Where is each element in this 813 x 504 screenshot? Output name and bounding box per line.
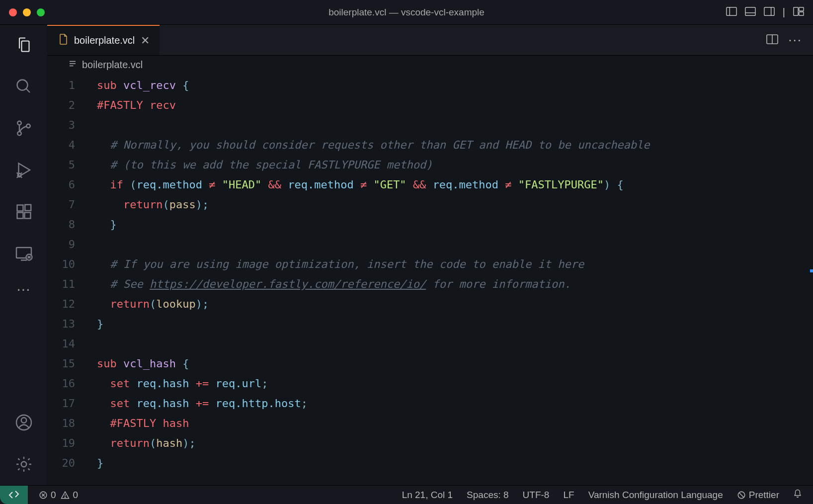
- titlebar: boilerplate.vcl — vscode-vcl-example |: [0, 0, 813, 25]
- notifications-bell-icon[interactable]: [793, 489, 802, 501]
- svg-rect-6: [794, 7, 798, 15]
- line-number: 19: [47, 433, 75, 453]
- code-line[interactable]: [97, 235, 813, 254]
- svg-rect-8: [799, 11, 804, 15]
- code-line[interactable]: }: [97, 453, 813, 473]
- status-prettier[interactable]: Prettier: [737, 490, 779, 501]
- svg-line-15: [16, 172, 17, 173]
- svg-rect-0: [727, 7, 736, 15]
- line-number: 2: [47, 95, 75, 115]
- svg-point-9: [17, 80, 27, 90]
- line-gutter: 1234567891011121314151617181920: [47, 76, 97, 485]
- minimize-window-button[interactable]: [23, 8, 31, 16]
- close-window-button[interactable]: [9, 8, 17, 16]
- line-number: 1: [47, 76, 75, 95]
- line-number: 12: [47, 294, 75, 314]
- code-line[interactable]: set req.hash += req.url;: [97, 374, 813, 394]
- status-warnings[interactable]: 0: [60, 490, 79, 501]
- code-line[interactable]: # If you are using image optimization, i…: [97, 254, 813, 274]
- tab-active[interactable]: boilerplate.vcl ✕: [47, 25, 160, 55]
- code-line[interactable]: # Normally, you should consider requests…: [97, 135, 813, 155]
- close-tab-icon[interactable]: ✕: [141, 34, 150, 47]
- line-number: 9: [47, 235, 75, 254]
- code-line[interactable]: return(lookup);: [97, 294, 813, 314]
- svg-rect-20: [17, 213, 23, 219]
- separator: |: [783, 6, 785, 18]
- code-line[interactable]: return(pass);: [97, 195, 813, 215]
- remote-indicator[interactable]: [0, 486, 28, 504]
- panel-right-icon[interactable]: [764, 6, 775, 18]
- line-number: 11: [47, 274, 75, 294]
- maximize-window-button[interactable]: [37, 8, 45, 16]
- window-title: boilerplate.vcl — vscode-vcl-example: [328, 7, 485, 18]
- line-number: 15: [47, 354, 75, 374]
- code-line[interactable]: # See https://developer.fastly.com/refer…: [97, 274, 813, 294]
- code-line[interactable]: set req.hash += req.http.host;: [97, 394, 813, 414]
- breadcrumb[interactable]: boilerplate.vcl: [47, 56, 813, 74]
- code-line[interactable]: [97, 334, 813, 354]
- code-line[interactable]: return(hash);: [97, 433, 813, 453]
- code-line[interactable]: #FASTLY hash: [97, 414, 813, 433]
- run-debug-icon[interactable]: [15, 161, 33, 181]
- status-bar: 0 0 Ln 21, Col 1 Spaces: 8 UTF-8 LF Varn…: [0, 485, 813, 504]
- svg-point-27: [21, 418, 26, 423]
- search-icon[interactable]: [15, 78, 33, 97]
- remote-explorer-icon[interactable]: [15, 245, 33, 264]
- svg-point-28: [21, 462, 26, 467]
- status-indentation[interactable]: Spaces: 8: [467, 490, 509, 501]
- status-cursor-position[interactable]: Ln 21, Col 1: [402, 490, 453, 501]
- traffic-lights: [9, 8, 45, 16]
- svg-line-10: [26, 89, 30, 93]
- line-number: 17: [47, 394, 75, 414]
- line-number: 16: [47, 374, 75, 394]
- panel-left-icon[interactable]: [726, 6, 737, 18]
- svg-line-16: [21, 172, 22, 173]
- more-views-icon[interactable]: ···: [16, 286, 30, 291]
- svg-line-40: [739, 493, 743, 497]
- code-content[interactable]: sub vcl_recv {#FASTLY recv # Normally, y…: [97, 76, 813, 485]
- code-line[interactable]: sub vcl_recv {: [97, 76, 813, 95]
- code-editor[interactable]: 1234567891011121314151617181920 sub vcl_…: [47, 74, 813, 485]
- svg-point-12: [17, 132, 21, 136]
- status-errors[interactable]: 0: [39, 490, 56, 501]
- code-line[interactable]: }: [97, 215, 813, 235]
- line-number: 10: [47, 254, 75, 274]
- line-number: 14: [47, 334, 75, 354]
- svg-rect-2: [745, 7, 755, 15]
- svg-rect-19: [17, 205, 23, 211]
- line-number: 18: [47, 414, 75, 433]
- tab-label: boilerplate.vcl: [74, 35, 135, 46]
- status-eol[interactable]: LF: [563, 490, 574, 501]
- code-line[interactable]: if (req.method ≠ "HEAD" && req.method ≠ …: [97, 175, 813, 195]
- code-line[interactable]: sub vcl_hash {: [97, 354, 813, 374]
- settings-gear-icon[interactable]: [15, 455, 33, 475]
- explorer-icon[interactable]: [15, 36, 33, 56]
- code-line[interactable]: # (to this we add the special FASTLYPURG…: [97, 155, 813, 175]
- svg-line-18: [21, 177, 22, 178]
- line-number: 3: [47, 115, 75, 135]
- extensions-icon[interactable]: [15, 203, 33, 223]
- panel-bottom-icon[interactable]: [745, 6, 756, 18]
- customize-layout-icon[interactable]: [793, 6, 804, 18]
- code-line[interactable]: #FASTLY recv: [97, 95, 813, 115]
- status-language[interactable]: Varnish Configuration Language: [588, 490, 723, 501]
- code-line[interactable]: }: [97, 314, 813, 334]
- split-editor-icon[interactable]: [766, 34, 778, 47]
- breadcrumb-file-icon: [68, 59, 77, 71]
- line-number: 5: [47, 155, 75, 175]
- breadcrumb-file: boilerplate.vcl: [82, 59, 143, 71]
- accounts-icon[interactable]: [15, 414, 33, 433]
- svg-point-13: [26, 124, 30, 128]
- source-control-icon[interactable]: [15, 119, 33, 139]
- svg-line-17: [16, 177, 17, 178]
- status-warnings-count: 0: [73, 490, 79, 501]
- overview-ruler-marker: [810, 269, 813, 272]
- code-line[interactable]: [97, 115, 813, 135]
- status-errors-count: 0: [51, 490, 56, 501]
- line-number: 7: [47, 195, 75, 215]
- svg-point-14: [17, 173, 21, 177]
- more-actions-icon[interactable]: ···: [788, 32, 802, 48]
- line-number: 8: [47, 215, 75, 235]
- status-encoding[interactable]: UTF-8: [523, 490, 550, 501]
- svg-rect-4: [764, 7, 774, 15]
